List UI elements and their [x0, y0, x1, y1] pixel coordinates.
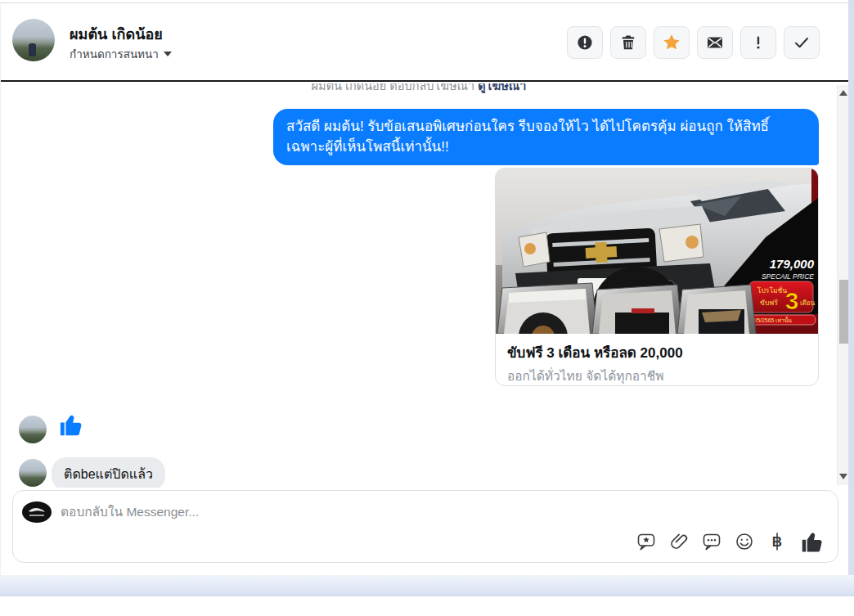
- ad-reply-context: ผมต้น เกิดน้อย ตอบกลับโฆษณา ดูโฆษณา: [1, 83, 837, 94]
- mark-unread-icon: [707, 34, 723, 51]
- conversation-label-text: กำหนดการสนทนา: [70, 45, 159, 63]
- view-ad-link[interactable]: ดูโฆษณา: [478, 83, 526, 92]
- ad-attachment-card[interactable]: 179,000 SPECAIL PRICE โปรโมชั่น ขับฟรี 3…: [495, 168, 819, 386]
- ad-promo-number-text: 3: [785, 287, 799, 314]
- star-button[interactable]: [654, 26, 690, 59]
- contact-avatar: [12, 19, 55, 61]
- ad-thumbnail-3: [677, 285, 756, 334]
- page-logo-avatar: [21, 501, 52, 524]
- scroll-up-arrow-icon[interactable]: [839, 88, 848, 98]
- ad-promo-word2-text: ขับฟรี: [760, 299, 778, 307]
- mark-unread-button[interactable]: [697, 26, 733, 59]
- contact-avatar-small: [19, 416, 47, 443]
- page-background-strip-bottom: [0, 575, 854, 596]
- priority-button[interactable]: [740, 26, 776, 59]
- ad-thumbnail-1: [497, 283, 597, 334]
- ad-promo-word1-text: โปรโมชั่น: [757, 286, 787, 295]
- contact-name: ผมต้น เกิดน้อย: [70, 22, 163, 46]
- thumbs-up-icon: [58, 426, 84, 440]
- saved-replies-icon[interactable]: [636, 532, 656, 551]
- conversation-header: ผมต้น เกิดน้อย กำหนดการสนทนา: [1, 3, 848, 82]
- messenger-conversation-page: ผมต้น เกิดน้อย กำหนดการสนทนา: [0, 0, 854, 616]
- reply-input[interactable]: [61, 500, 568, 524]
- ad-thumbnail-2: [592, 285, 682, 334]
- reply-composer: B: [12, 490, 838, 563]
- scrollbar-thumb[interactable]: [839, 280, 848, 344]
- exclamation-icon: [750, 34, 766, 51]
- ad-promo-unit-text: เดือน: [800, 299, 816, 307]
- mark-done-button[interactable]: [784, 26, 820, 59]
- page-background-strip-right: [848, 0, 854, 596]
- trash-icon: [620, 34, 636, 51]
- delete-button[interactable]: [610, 26, 646, 59]
- comment-icon[interactable]: [702, 532, 721, 551]
- like-icon[interactable]: [800, 529, 825, 554]
- header-action-toolbar: [567, 26, 820, 59]
- emoji-icon[interactable]: [735, 532, 754, 551]
- ad-price-text: 179,000: [770, 257, 815, 271]
- ad-reply-context-text: ผมต้น เกิดน้อย ตอบกลับโฆษณา: [312, 83, 479, 92]
- ad-car-image: 179,000 SPECAIL PRICE โปรโมชั่น ขับฟรี 3…: [496, 169, 818, 334]
- ad-card-subtitle: ออกได้ทั่วไทย จัดได้ทุกอาชีพ: [496, 363, 818, 386]
- message-list: ผมต้น เกิดน้อย ตอบกลับโฆษณา ดูโฆษณา สวัส…: [1, 83, 849, 488]
- conversation-label-dropdown[interactable]: กำหนดการสนทนา: [70, 45, 172, 63]
- composer-toolbar: B: [636, 529, 825, 554]
- outgoing-message-bubble: สวัสดี ผมต้น! รับข้อเสนอพิเศษก่อนใคร รีบ…: [273, 109, 819, 165]
- incoming-message-bubble: ติดbeแต่ปิดแล้ว: [52, 457, 165, 488]
- thumbs-up-message: [58, 411, 84, 441]
- scroll-down-arrow-icon[interactable]: [839, 472, 848, 482]
- report-icon: [577, 34, 593, 51]
- chevron-down-icon: [164, 52, 172, 56]
- contact-avatar-small: [19, 459, 47, 487]
- chat-scrollbar[interactable]: [837, 85, 849, 485]
- ad-price-label-text: SPECAIL PRICE: [762, 272, 814, 281]
- star-icon: [663, 34, 681, 52]
- conversation-widget: ผมต้น เกิดน้อย กำหนดการสนทนา: [0, 2, 848, 575]
- attachment-icon[interactable]: [669, 532, 689, 551]
- report-button[interactable]: [567, 26, 603, 59]
- payment-icon[interactable]: B: [767, 532, 787, 551]
- ad-card-title: ขับฟรี 3 เดือน หรือลด 20,000: [496, 334, 818, 363]
- check-icon: [793, 34, 810, 51]
